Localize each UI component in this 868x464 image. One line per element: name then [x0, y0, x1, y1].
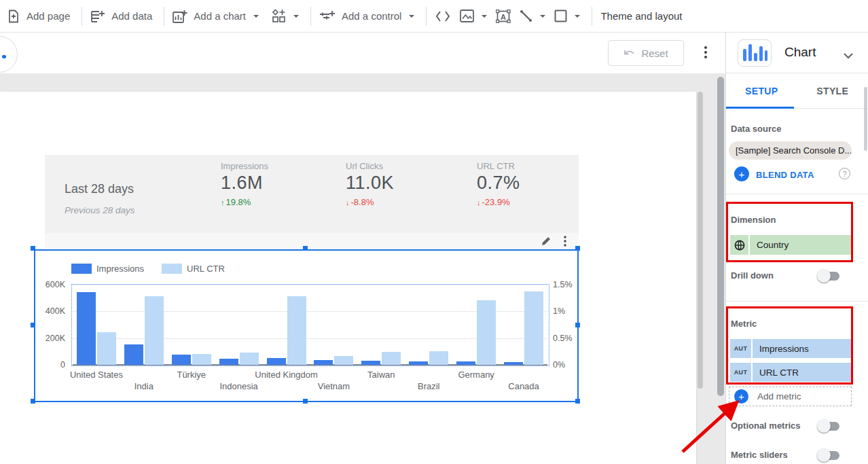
edit-pencil-icon[interactable]	[541, 236, 551, 247]
bar-impressions[interactable]	[124, 344, 143, 365]
y-axis-tick-left: 0	[27, 360, 65, 370]
bar-url-ctr[interactable]	[334, 356, 353, 365]
add-metric-button[interactable]: + Add metric	[729, 387, 852, 406]
image-caret-icon	[482, 15, 487, 18]
add-shape-button[interactable]	[554, 10, 580, 22]
bar-url-ctr[interactable]	[477, 300, 496, 365]
y-axis-tick-right: 0.5%	[553, 334, 587, 343]
scorecard-url-ctr[interactable]: URL CTR 0.7% ↓-23.9%	[477, 161, 585, 207]
drill-down-toggle[interactable]	[818, 272, 839, 281]
selection-handle[interactable]	[31, 246, 35, 251]
selection-handle[interactable]	[575, 399, 580, 404]
selection-handle[interactable]	[31, 399, 35, 404]
bar-url-ctr[interactable]	[287, 296, 306, 365]
bar-impressions[interactable]	[314, 360, 333, 365]
bar-impressions[interactable]	[361, 361, 380, 365]
toolbar-divider	[82, 7, 82, 26]
toggle-knob	[817, 419, 831, 433]
reset-button[interactable]: Reset	[608, 40, 684, 66]
add-image-button[interactable]	[460, 10, 487, 22]
tab-style[interactable]: STYLE	[797, 73, 868, 108]
page-navigation-button[interactable]	[0, 36, 18, 73]
chart-type-button[interactable]	[738, 39, 772, 67]
add-data-button[interactable]: Add data	[90, 10, 152, 23]
optional-metrics-toggle[interactable]	[818, 422, 839, 431]
bar-url-ctr[interactable]	[145, 296, 164, 365]
dimension-label: Dimension	[731, 215, 776, 225]
legend-item: Impressions	[71, 264, 144, 274]
toolbar-divider	[310, 7, 311, 26]
report-page[interactable]: Last 28 days Previous 28 days Impression…	[0, 92, 696, 464]
bar-impressions[interactable]	[504, 362, 523, 365]
bar-url-ctr[interactable]	[97, 332, 116, 365]
x-axis-label: Brazil	[384, 381, 473, 391]
bar-url-ctr[interactable]	[382, 352, 401, 365]
x-axis-label: Vietnam	[289, 381, 378, 391]
x-axis-label: Taiwan	[337, 370, 425, 380]
chevron-down-icon[interactable]	[843, 50, 854, 62]
window-scrollbar[interactable]	[864, 87, 867, 151]
legend-color-chip	[162, 264, 182, 274]
data-source-chip[interactable]: [Sample] Search Console D...	[729, 141, 852, 160]
legend-label: URL CTR	[187, 264, 225, 274]
tab-setup[interactable]: SETUP	[726, 73, 797, 108]
scorecard-label: Url Clicks	[346, 161, 454, 171]
blend-data-button[interactable]: BLEND DATA	[756, 170, 814, 180]
bar-impressions[interactable]	[77, 292, 96, 365]
metric-chip-impressions[interactable]: AUT Impressions	[730, 339, 852, 358]
add-metric-label: Add metric	[757, 391, 801, 401]
x-axis-label: United States	[52, 370, 141, 380]
y-axis-tick-right: 0%	[553, 360, 587, 370]
legend-item: URL CTR	[162, 264, 225, 274]
optional-metrics-label: Optional metrics	[731, 421, 801, 431]
selection-handle[interactable]	[31, 323, 35, 327]
add-line-button[interactable]	[520, 10, 545, 22]
scorecard-value: 1.6M	[221, 173, 329, 194]
bar-url-ctr[interactable]	[192, 354, 211, 365]
add-metric-plus-icon: +	[734, 389, 748, 404]
shape-caret-icon	[575, 15, 580, 18]
selection-handle[interactable]	[575, 323, 580, 327]
panel-divider	[726, 194, 868, 194]
blend-data-plus-icon[interactable]: +	[734, 166, 749, 181]
add-text-button[interactable]: A	[496, 10, 511, 23]
bar-url-ctr[interactable]	[524, 291, 543, 365]
add-control-caret-icon	[409, 15, 414, 18]
chart-more-options-icon[interactable]	[564, 236, 566, 247]
bar-impressions[interactable]	[172, 355, 191, 365]
more-options-button[interactable]	[701, 42, 710, 63]
bar-impressions[interactable]	[219, 359, 238, 365]
line-icon	[520, 10, 532, 22]
scorecard-value: 0.7%	[477, 173, 585, 194]
bar-impressions[interactable]	[409, 361, 428, 365]
bar-url-ctr[interactable]	[240, 353, 259, 365]
metric-sliders-label: Metric sliders	[731, 450, 788, 460]
date-range-scorecard-block[interactable]: Last 28 days Previous 28 days Impression…	[45, 155, 579, 233]
community-visualizations-button[interactable]	[272, 9, 299, 23]
add-control-icon	[319, 10, 336, 23]
help-icon[interactable]: ?	[839, 168, 850, 179]
bar-impressions[interactable]	[456, 361, 475, 365]
x-axis-label: India	[100, 381, 188, 391]
scorecard-label: URL CTR	[477, 161, 585, 171]
canvas-scrollbar[interactable]	[698, 92, 703, 389]
theme-and-layout-button[interactable]: Theme and layout	[600, 10, 682, 22]
scorecard-url-clicks[interactable]: Url Clicks 11.0K ↓-8.8%	[346, 161, 454, 207]
metric-chip-url-ctr[interactable]: AUT URL CTR	[730, 363, 852, 382]
metric-sliders-toggle[interactable]	[818, 451, 839, 460]
undo-icon	[623, 48, 636, 58]
dimension-chip-country[interactable]: Country	[730, 235, 852, 255]
date-range-primary: Last 28 days	[65, 182, 134, 196]
selection-handle[interactable]	[303, 246, 308, 251]
bar-impressions[interactable]	[267, 358, 286, 365]
selection-handle[interactable]	[575, 246, 580, 251]
embed-code-button[interactable]	[435, 10, 451, 22]
bar-url-ctr[interactable]	[429, 351, 448, 365]
scorecard-impressions[interactable]: Impressions 1.6M ↑19.8%	[221, 161, 329, 207]
y-axis-tick-right: 1.5%	[553, 280, 587, 289]
add-page-button[interactable]: Add page	[7, 10, 70, 23]
add-control-button[interactable]: Add a control	[319, 10, 414, 23]
add-chart-button[interactable]: Add a chart	[173, 10, 259, 23]
panel-scrollbar[interactable]	[717, 77, 724, 396]
selection-handle[interactable]	[303, 399, 308, 404]
